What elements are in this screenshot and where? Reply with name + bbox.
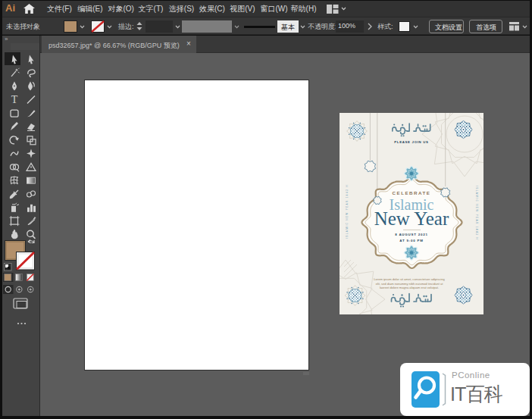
svg-text:laoreet dolore magna aliquam e: laoreet dolore magna aliquam erat volutp… (380, 286, 439, 289)
svg-text:Lorem ipsum dolor sit amet, co: Lorem ipsum dolor sit amet, consectetuer… (374, 277, 444, 281)
svg-text:PLEASE JOIN US: PLEASE JOIN US (394, 140, 428, 144)
svg-text:ISLAMIC NEW YEAR 1443 H: ISLAMIC NEW YEAR 1443 H (475, 186, 478, 240)
svg-text:CELEBRATE: CELEBRATE (393, 190, 431, 195)
svg-text:ISLAMIC NEW YEAR 1443 H: ISLAMIC NEW YEAR 1443 H (346, 184, 349, 239)
svg-text:elit, sed diam nonummy nibh eu: elit, sed diam nonummy nibh euismod tinc… (376, 282, 444, 286)
svg-text:New Year: New Year (374, 208, 449, 229)
svg-text:T: T (11, 94, 18, 105)
svg-text:AT 9:00 PM: AT 9:00 PM (399, 239, 423, 242)
svg-text:8 AUGUST 2021: 8 AUGUST 2021 (395, 233, 427, 236)
